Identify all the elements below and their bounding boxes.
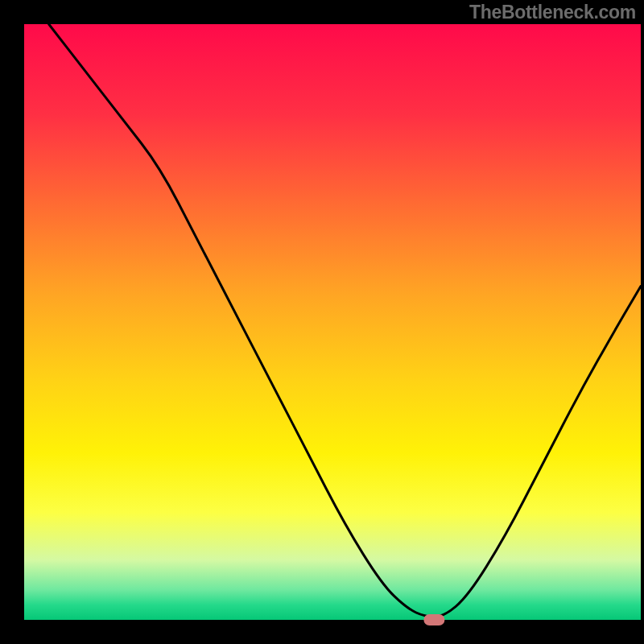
bottleneck-chart: TheBottleneck.com [0,0,644,644]
plot-area [24,24,641,620]
chart-svg [0,0,644,644]
optimum-marker [423,614,444,625]
watermark-text: TheBottleneck.com [469,2,636,23]
